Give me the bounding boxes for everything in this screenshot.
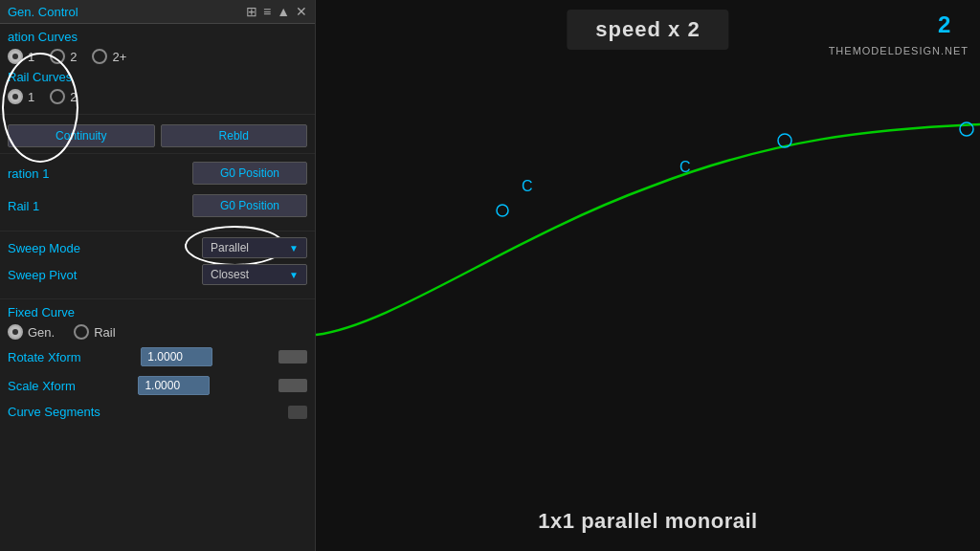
- ration1-label: ration 1: [8, 166, 75, 181]
- close-icon[interactable]: ✕: [296, 4, 307, 19]
- curves-option-1[interactable]: 1: [8, 49, 34, 64]
- scale-xform-input[interactable]: [138, 376, 210, 395]
- bottom-caption: 1x1 parallel monorail: [316, 494, 980, 551]
- curves-radio-2plus[interactable]: [92, 49, 107, 64]
- control-point-1: [497, 205, 508, 216]
- list-icon[interactable]: ≡: [263, 4, 271, 19]
- rail-radio-1[interactable]: [8, 89, 23, 104]
- action-btn-row: Continuity Rebld: [8, 124, 307, 147]
- curves-option-2plus[interactable]: 2+: [92, 49, 126, 64]
- gen-option[interactable]: Gen.: [8, 324, 55, 340]
- sweep-mode-dropdown[interactable]: Parallel ▼: [202, 237, 307, 258]
- sweep-pivot-row: Sweep Pivot Closest ▼: [8, 262, 307, 287]
- dropdown-arrow-sweep: ▼: [289, 243, 299, 253]
- scale-xform-label: Scale Xform: [8, 379, 76, 393]
- main-container: Gen. Control ⊞ ≡ ▲ ✕ ation Curves 1 2: [0, 0, 980, 551]
- curve-svg: C C: [316, 0, 980, 551]
- curves-radio-row: 1 2 2+: [8, 49, 307, 64]
- sweep-pivot-label: Sweep Pivot: [8, 268, 77, 282]
- gen-radio[interactable]: [8, 324, 23, 340]
- rail-option-2[interactable]: 2: [50, 89, 77, 104]
- ration1-value[interactable]: G0 Position: [192, 162, 307, 185]
- sweep-mode-row: Sweep Mode Parallel ▼: [8, 237, 307, 258]
- rail1-value[interactable]: G0 Position: [192, 194, 307, 217]
- rail1-label: Rail 1: [8, 199, 75, 213]
- ration1-row: ration 1 G0 Position: [8, 160, 307, 187]
- curves-radio-1[interactable]: [8, 49, 23, 64]
- rail-radio-2[interactable]: [50, 89, 65, 104]
- scale-xform-row: Scale Xform: [8, 374, 307, 397]
- panel-title: Gen. Control: [8, 5, 78, 19]
- rail-option[interactable]: Rail: [74, 324, 115, 340]
- fixed-curve-label: Fixed Curve: [8, 305, 307, 320]
- green-curve: [316, 124, 980, 335]
- rail-radio-fixed[interactable]: [74, 324, 89, 340]
- rotate-xform-label: Rotate Xform: [8, 350, 81, 364]
- rail-label: Rail Curves: [8, 70, 307, 84]
- rail-radio-row: 1 2: [8, 89, 307, 104]
- curves-label-2plus: 2+: [112, 50, 126, 64]
- panel-header: Gen. Control ⊞ ≡ ▲ ✕: [0, 0, 315, 24]
- rebuild-button[interactable]: Rebld: [161, 124, 308, 147]
- cp-label-1: C: [522, 178, 533, 194]
- cp-label-2: C: [679, 159, 691, 175]
- header-icons: ⊞ ≡ ▲ ✕: [246, 4, 307, 19]
- rail-label-1: 1: [28, 90, 34, 104]
- curves-radio-2[interactable]: [50, 49, 65, 64]
- rotate-xform-input[interactable]: [141, 347, 212, 366]
- parallel-wrapper: Parallel ▼: [202, 237, 307, 258]
- curves-label: ation Curves: [8, 30, 307, 44]
- left-panel: Gen. Control ⊞ ≡ ▲ ✕ ation Curves 1 2: [0, 0, 316, 551]
- curves-option-2[interactable]: 2: [50, 49, 77, 64]
- sweep-mode-label: Sweep Mode: [8, 241, 80, 255]
- sweep-section: Sweep Mode Parallel ▼ Sweep Pivot Closes…: [0, 231, 315, 299]
- curve-segments-row: Curve Segments: [8, 403, 307, 421]
- action-buttons-section: Continuity Rebld: [0, 115, 315, 154]
- gen-label: Gen.: [28, 325, 55, 340]
- rotate-swatch: [278, 350, 307, 364]
- sweep-pivot-value: Closest: [211, 268, 249, 281]
- up-icon[interactable]: ▲: [277, 4, 290, 19]
- dropdown-arrow-pivot: ▼: [289, 270, 299, 280]
- fixed-curve-section: Fixed Curve Gen. Rail Rotate Xform Scale…: [0, 299, 315, 432]
- rail-option-1[interactable]: 1: [8, 89, 34, 104]
- gen-rail-row: Gen. Rail: [8, 324, 307, 340]
- segments-swatch: [288, 406, 307, 419]
- position-section: ration 1 G0 Position Rail 1 G0 Position: [0, 154, 315, 231]
- sweep-mode-value: Parallel: [211, 241, 249, 254]
- scale-swatch: [278, 379, 307, 392]
- viewport: speed x 2 2 THEMODELDESIGN.NET C C: [316, 0, 980, 551]
- add-icon[interactable]: ⊞: [246, 4, 257, 19]
- sweep-pivot-dropdown[interactable]: Closest ▼: [202, 264, 307, 285]
- curves-label-1: 1: [28, 50, 34, 64]
- curves-section: ation Curves 1 2 2+ Rail Curves: [0, 24, 315, 115]
- rail-label-2: 2: [70, 90, 77, 104]
- rail1-row: Rail 1 G0 Position: [8, 192, 307, 219]
- rotate-xform-row: Rotate Xform: [8, 345, 307, 368]
- curves-label-2: 2: [70, 50, 77, 64]
- continuity-button[interactable]: Continuity: [8, 124, 155, 147]
- rail-label-fixed: Rail: [94, 325, 115, 340]
- curve-segments-label: Curve Segments: [8, 405, 100, 419]
